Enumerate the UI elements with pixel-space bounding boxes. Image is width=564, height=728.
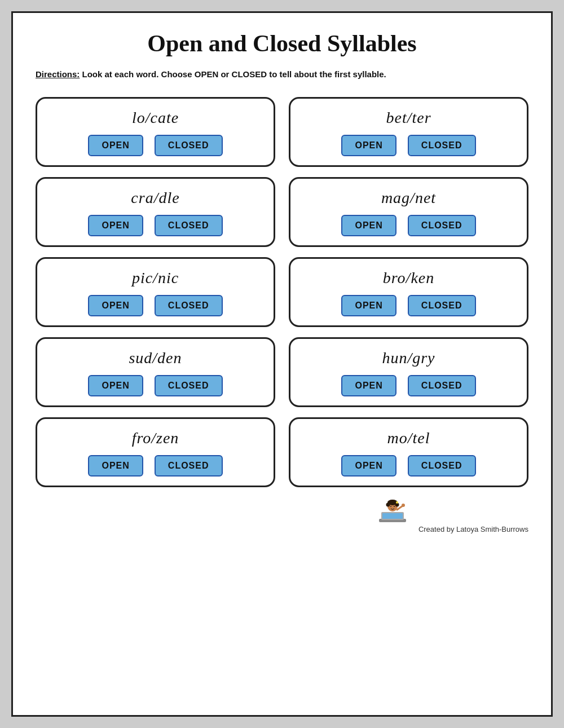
word-text-frozen: fro/zen (132, 429, 179, 447)
directions-text: Look at each word. Choose OPEN or CLOSED… (80, 69, 386, 79)
open-btn-motel[interactable]: OPEN (341, 455, 396, 476)
btn-row-locate: OPENCLOSED (88, 135, 222, 156)
closed-btn-magnet[interactable]: CLOSED (408, 215, 476, 236)
btn-row-broken: OPENCLOSED (341, 295, 475, 316)
closed-btn-cradle[interactable]: CLOSED (155, 215, 223, 236)
svg-point-11 (396, 501, 398, 504)
btn-row-sudden: OPENCLOSED (88, 375, 222, 396)
word-card-frozen: fro/zenOPENCLOSED (36, 417, 275, 487)
btn-row-frozen: OPENCLOSED (88, 455, 222, 476)
word-text-hungry: hun/gry (382, 349, 435, 367)
word-text-broken: bro/ken (383, 269, 435, 287)
avatar (374, 497, 411, 533)
svg-point-5 (386, 502, 390, 506)
closed-btn-locate[interactable]: CLOSED (155, 135, 223, 156)
open-btn-locate[interactable]: OPEN (88, 135, 143, 156)
word-card-motel: mo/telOPENCLOSED (289, 417, 528, 487)
word-card-magnet: mag/netOPENCLOSED (289, 177, 528, 247)
cards-grid: lo/cateOPENCLOSEDbet/terOPENCLOSEDcra/dl… (36, 97, 528, 487)
word-card-hungry: hun/gryOPENCLOSED (289, 337, 528, 407)
directions-label: Directions: (36, 69, 80, 79)
open-btn-cradle[interactable]: OPEN (88, 215, 143, 236)
closed-btn-picnic[interactable]: CLOSED (155, 295, 223, 316)
word-text-motel: mo/tel (387, 429, 430, 447)
word-text-better: bet/ter (386, 109, 431, 127)
word-text-picnic: pic/nic (132, 269, 179, 287)
word-text-magnet: mag/net (381, 189, 436, 207)
btn-row-motel: OPENCLOSED (341, 455, 475, 476)
open-btn-better[interactable]: OPEN (341, 135, 396, 156)
word-card-cradle: cra/dleOPENCLOSED (36, 177, 275, 247)
svg-rect-2 (382, 513, 403, 519)
closed-btn-better[interactable]: CLOSED (408, 135, 476, 156)
closed-btn-frozen[interactable]: CLOSED (155, 455, 223, 476)
open-btn-hungry[interactable]: OPEN (341, 375, 396, 396)
word-card-locate: lo/cateOPENCLOSED (36, 97, 275, 167)
btn-row-cradle: OPENCLOSED (88, 215, 222, 236)
open-btn-frozen[interactable]: OPEN (88, 455, 143, 476)
btn-row-magnet: OPENCLOSED (341, 215, 475, 236)
closed-btn-sudden[interactable]: CLOSED (155, 375, 223, 396)
open-btn-magnet[interactable]: OPEN (341, 215, 396, 236)
btn-row-picnic: OPENCLOSED (88, 295, 222, 316)
open-btn-sudden[interactable]: OPEN (88, 375, 143, 396)
word-text-cradle: cra/dle (131, 189, 179, 207)
open-btn-broken[interactable]: OPEN (341, 295, 396, 316)
word-text-sudden: sud/den (129, 349, 182, 367)
page: Open and Closed Syllables Directions: Lo… (11, 11, 553, 717)
open-btn-picnic[interactable]: OPEN (88, 295, 143, 316)
closed-btn-motel[interactable]: CLOSED (408, 455, 476, 476)
footer: Created by Latoya Smith-Burrows (36, 497, 528, 533)
word-card-better: bet/terOPENCLOSED (289, 97, 528, 167)
page-title: Open and Closed Syllables (36, 30, 528, 57)
word-text-locate: lo/cate (132, 109, 179, 127)
svg-point-8 (394, 506, 395, 507)
word-card-broken: bro/kenOPENCLOSED (289, 257, 528, 327)
footer-credit: Created by Latoya Smith-Burrows (418, 525, 528, 533)
closed-btn-broken[interactable]: CLOSED (408, 295, 476, 316)
word-card-picnic: pic/nicOPENCLOSED (36, 257, 275, 327)
btn-row-better: OPENCLOSED (341, 135, 475, 156)
btn-row-hungry: OPENCLOSED (341, 375, 475, 396)
word-card-sudden: sud/denOPENCLOSED (36, 337, 275, 407)
closed-btn-hungry[interactable]: CLOSED (408, 375, 476, 396)
svg-point-7 (390, 506, 391, 507)
directions: Directions: Look at each word. Choose OP… (36, 68, 528, 81)
svg-point-10 (402, 504, 405, 507)
